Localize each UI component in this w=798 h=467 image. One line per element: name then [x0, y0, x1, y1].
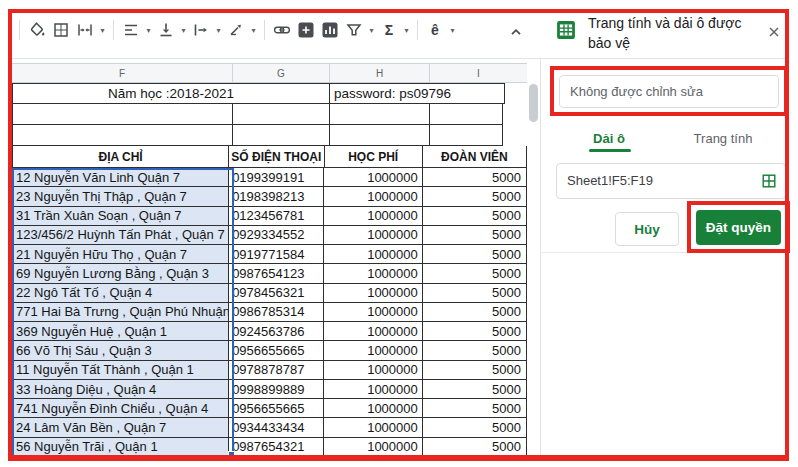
cell-fee[interactable]: 1000000: [324, 207, 422, 226]
sum-functions-dropdown-icon[interactable]: ▾: [401, 26, 412, 35]
cell-union[interactable]: 5000: [423, 380, 527, 399]
cancel-button[interactable]: Hủy: [615, 212, 679, 246]
column-header-i[interactable]: I: [430, 64, 527, 82]
borders-icon[interactable]: [49, 18, 73, 42]
text-wrap-dropdown-icon[interactable]: ▾: [213, 26, 224, 35]
range-field[interactable]: Sheet1!F5:F19: [556, 163, 786, 199]
cell-union[interactable]: 5000: [423, 284, 527, 303]
column-header-f[interactable]: F: [12, 64, 233, 82]
cell-fee[interactable]: 1000000: [324, 168, 422, 187]
horizontal-align-dropdown-icon[interactable]: ▾: [143, 26, 154, 35]
cell-address[interactable]: 741 Nguyễn Đình Chiểu , Quận 4: [12, 399, 229, 418]
filter-dropdown-icon[interactable]: ▾: [366, 26, 377, 35]
cell-union[interactable]: 5000: [423, 361, 527, 380]
text-wrap-icon[interactable]: [189, 18, 213, 42]
cell-fee[interactable]: 1000000: [324, 380, 422, 399]
cell-address[interactable]: 771 Hai Bà Trưng , Quận Phú Nhuận: [12, 303, 229, 322]
select-range-grid-icon[interactable]: [761, 173, 777, 193]
horizontal-align-icon[interactable]: [119, 18, 143, 42]
cell-union[interactable]: 5000: [423, 399, 527, 418]
cell-phone[interactable]: 0934433434: [229, 418, 324, 437]
cell-fee[interactable]: 1000000: [324, 226, 422, 245]
cell-phone[interactable]: 0929334552: [229, 226, 324, 245]
cell-address[interactable]: 56 Nguyễn Trãi , Quận 1: [12, 438, 229, 457]
cell-union[interactable]: 5000: [423, 303, 527, 322]
cell-phone[interactable]: 0956655665: [229, 341, 324, 360]
cell-address[interactable]: 69 Nguyễn Lương Bằng , Quận 3: [12, 264, 229, 283]
text-rotation-icon[interactable]: [224, 18, 248, 42]
cell-phone[interactable]: 0123456781: [229, 207, 324, 226]
empty-cell[interactable]: [430, 125, 503, 146]
cell-address[interactable]: 21 Nguyễn Hữu Thọ , Quận 7: [12, 245, 229, 264]
sum-functions-icon[interactable]: Σ: [377, 18, 401, 42]
cell-phone[interactable]: 0919771584: [229, 245, 324, 264]
cell-union[interactable]: 5000: [423, 438, 527, 457]
cell-phone[interactable]: 0978878787: [229, 361, 324, 380]
cell-fee[interactable]: 1000000: [324, 284, 422, 303]
cell-address[interactable]: 22 Ngô Tất Tố , Quận 4: [12, 284, 229, 303]
cell-address[interactable]: 33 Hoàng Diệu , Quận 4: [12, 380, 229, 399]
cell-address[interactable]: 24 Lâm Văn Bền , Quận 7: [12, 418, 229, 437]
merge-cells-dropdown-icon[interactable]: ▾: [97, 26, 108, 35]
cell-fee[interactable]: 1000000: [324, 341, 422, 360]
cell-union[interactable]: 5000: [423, 418, 527, 437]
cell-fee[interactable]: 1000000: [324, 245, 422, 264]
empty-cell[interactable]: [430, 104, 503, 125]
cell-fee[interactable]: 1000000: [324, 187, 422, 206]
merge-cells-icon[interactable]: [73, 18, 97, 42]
cell-phone[interactable]: 0199399191: [229, 168, 324, 187]
header-union[interactable]: ĐOÀN VIÊN: [423, 146, 527, 168]
vertical-scrollbar[interactable]: [529, 84, 538, 122]
cell-phone[interactable]: 0987654123: [229, 264, 324, 283]
password-cell[interactable]: password: ps09796: [330, 83, 505, 104]
tab-sheet[interactable]: Trang tính: [686, 131, 760, 146]
cell-union[interactable]: 5000: [423, 226, 527, 245]
insert-link-icon[interactable]: [270, 18, 294, 42]
cell-union[interactable]: 5000: [423, 168, 527, 187]
cell-union[interactable]: 5000: [423, 207, 527, 226]
header-address[interactable]: ĐỊA CHỈ: [12, 146, 229, 168]
cell-phone[interactable]: 0956655665: [229, 399, 324, 418]
cell-union[interactable]: 5000: [423, 322, 527, 341]
add-comment-icon[interactable]: [294, 18, 318, 42]
empty-cell[interactable]: [12, 104, 233, 125]
column-header-g[interactable]: G: [233, 64, 330, 82]
text-rotation-dropdown-icon[interactable]: ▾: [248, 26, 259, 35]
cell-union[interactable]: 5000: [423, 341, 527, 360]
cell-union[interactable]: 5000: [423, 264, 527, 283]
cell-address[interactable]: 31 Trần Xuân Soạn , Quận 7: [12, 207, 229, 226]
empty-cell[interactable]: [330, 104, 430, 125]
empty-cell[interactable]: [330, 125, 430, 146]
cell-address[interactable]: 369 Nguyễn Huệ , Quận 1: [12, 322, 229, 341]
insert-chart-icon[interactable]: [318, 18, 342, 42]
cell-phone[interactable]: 0924563786: [229, 322, 324, 341]
cell-address[interactable]: 66 Võ Thị Sáu , Quận 3: [12, 341, 229, 360]
cell-fee[interactable]: 1000000: [324, 399, 422, 418]
cell-address[interactable]: 23 Nguyễn Thị Thập , Quận 7: [12, 187, 229, 206]
selection-fill-handle[interactable]: [228, 451, 235, 458]
cell-phone[interactable]: 0998899889: [229, 380, 324, 399]
cell-fee[interactable]: 1000000: [324, 418, 422, 437]
cell-address[interactable]: 12 Nguyễn Văn Linh Quận 7: [12, 168, 229, 187]
close-icon[interactable]: [762, 20, 786, 44]
cell-fee[interactable]: 1000000: [324, 303, 422, 322]
header-phone[interactable]: SỐ ĐIỆN THOẠI: [229, 146, 324, 168]
cell-phone[interactable]: 0987654321: [229, 438, 324, 457]
vertical-align-dropdown-icon[interactable]: ▾: [178, 26, 189, 35]
cell-phone[interactable]: 0198398213: [229, 187, 324, 206]
cell-union[interactable]: 5000: [423, 187, 527, 206]
fill-color-icon[interactable]: [25, 18, 49, 42]
year-cell[interactable]: Năm học :2018-2021: [12, 83, 330, 104]
cell-union[interactable]: 5000: [423, 245, 527, 264]
cell-fee[interactable]: 1000000: [324, 361, 422, 380]
description-input[interactable]: Không được chỉnh sửa: [559, 75, 779, 108]
input-tools-dropdown-icon[interactable]: ▾: [447, 26, 458, 35]
empty-cell[interactable]: [12, 125, 233, 146]
column-header-h[interactable]: H: [330, 64, 430, 82]
header-fee[interactable]: HỌC PHÍ: [325, 146, 423, 168]
cell-phone[interactable]: 0986785314: [229, 303, 324, 322]
empty-cell[interactable]: [233, 104, 330, 125]
cell-address[interactable]: 11 Nguyễn Tất Thành , Quận 1: [12, 361, 229, 380]
filter-icon[interactable]: [342, 18, 366, 42]
cell-fee[interactable]: 1000000: [324, 264, 422, 283]
